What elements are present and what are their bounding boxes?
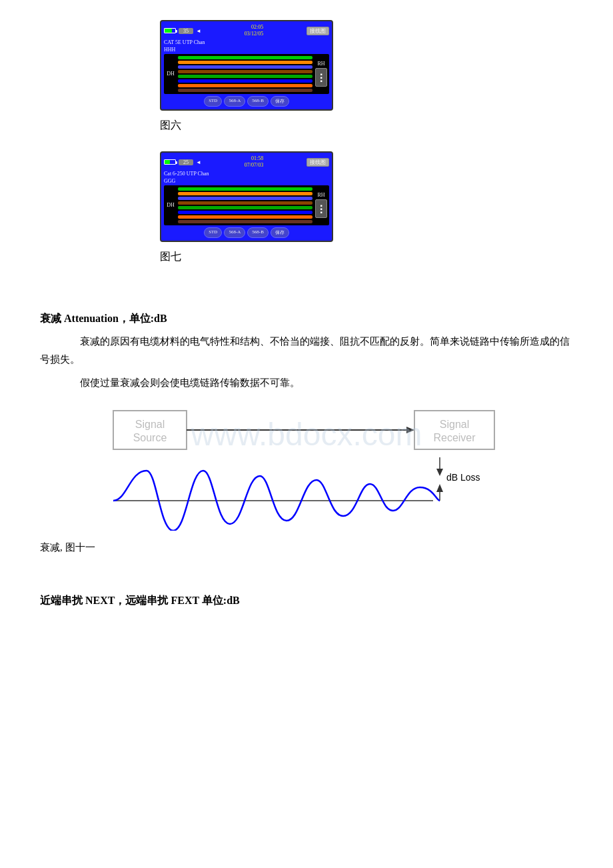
svg-rect-5 <box>414 411 494 449</box>
btn-568a-fig7[interactable]: 568-A <box>224 227 245 238</box>
device-num-fig7: 25 <box>179 159 193 165</box>
btn-save-fig7[interactable]: 保存 <box>271 227 289 238</box>
device-time-fig6: 02:0503/12/05 <box>245 24 263 38</box>
figure7-screen: 25 ◄ 01:5807/07/03 接线图 Cat 6-250 UTP Cha… <box>160 151 333 242</box>
wire-area-fig6: DH RH ■■■ <box>164 54 329 94</box>
wires-fig7 <box>178 187 312 223</box>
rh-label-fig6: RH <box>316 61 326 67</box>
rh-label-fig7: RH <box>316 192 326 198</box>
figure6-screen: 35 ◄ 02:0503/12/05 接线图 CAT 5E UTP Chan H… <box>160 20 333 111</box>
attenuation-title: 衰减 Attenuation，单位:dB <box>40 312 167 326</box>
battery-icon-fig7 <box>164 159 176 165</box>
svg-text:dB Loss: dB Loss <box>446 472 480 483</box>
svg-marker-11 <box>436 484 443 492</box>
svg-text:Receiver: Receiver <box>433 432 476 443</box>
link-btn-fig7[interactable]: 接线图 <box>306 158 329 167</box>
subinfo-fig7: GGG <box>164 178 329 184</box>
btn-save-fig6[interactable]: 保存 <box>271 96 289 107</box>
rh-icon-fig6: ■■■ <box>315 68 327 87</box>
btn-std-fig6[interactable]: STD <box>204 96 222 107</box>
btn-568b-fig6[interactable]: 568-B <box>247 96 269 107</box>
wire-area-fig7: DH RH ■■■ <box>164 185 329 225</box>
wires-fig6 <box>178 56 312 92</box>
buttons-fig6: STD 568-A 568-B 保存 <box>164 96 329 107</box>
attenuation-caption: 衰减, 图十一 <box>40 541 95 554</box>
figure7-label: 图七 <box>160 250 181 264</box>
figure7-section: 25 ◄ 01:5807/07/03 接线图 Cat 6-250 UTP Cha… <box>40 151 333 276</box>
attenuation-body2: 假使过量衰减会则会使电缆链路传输数据不可靠。 <box>40 374 300 392</box>
signal-diagram: Signal Source Signal Receiver dB Loss <box>93 397 520 533</box>
device-num-fig6: 35 <box>179 28 193 34</box>
rh-area-fig7: RH ■■■ <box>315 192 327 218</box>
dh-label-fig7: DH <box>166 202 175 208</box>
figure6-section: 35 ◄ 02:0503/12/05 接线图 CAT 5E UTP Chan H… <box>40 20 333 145</box>
svg-marker-4 <box>406 427 414 433</box>
battery-icon-fig6 <box>164 28 176 33</box>
figure6-label: 图六 <box>160 119 181 133</box>
cat-info-fig6: CAT 5E UTP Chan <box>164 39 329 45</box>
page-content: 35 ◄ 02:0503/12/05 接线图 CAT 5E UTP Chan H… <box>40 20 573 608</box>
svg-text:Source: Source <box>133 432 167 443</box>
cat-info-fig7: Cat 6-250 UTP Chan <box>164 171 329 177</box>
btn-std-fig7[interactable]: STD <box>204 227 222 238</box>
device-time-fig7: 01:5807/07/03 <box>245 155 263 169</box>
next-fext-title: 近端串扰 NEXT，远端串扰 FEXT 单位:dB <box>40 594 240 608</box>
rh-icon-fig7: ■■■ <box>315 199 327 218</box>
svg-text:Signal: Signal <box>440 419 469 430</box>
dh-label-fig6: DH <box>166 71 175 77</box>
svg-marker-9 <box>436 469 443 476</box>
buttons-fig7: STD 568-A 568-B 保存 <box>164 227 329 238</box>
btn-568a-fig6[interactable]: 568-A <box>224 96 245 107</box>
svg-text:Signal: Signal <box>135 419 165 430</box>
link-btn-fig6[interactable]: 接线图 <box>306 27 329 35</box>
rh-area-fig6: RH ■■■ <box>315 61 327 87</box>
attenuation-body1: 衰减的原因有电缆材料的电气特性和结构、不恰当的端接、阻抗不匹配的反射。简单来说链… <box>40 333 573 369</box>
btn-568b-fig7[interactable]: 568-B <box>247 227 269 238</box>
subinfo-fig6: HHH <box>164 47 329 53</box>
svg-rect-0 <box>113 411 187 449</box>
